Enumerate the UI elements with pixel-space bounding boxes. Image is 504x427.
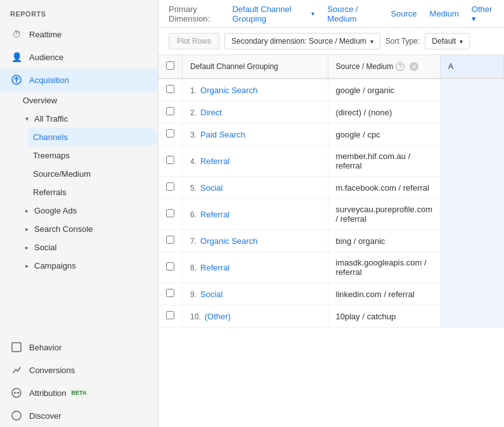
sidebar-item-realtime[interactable]: ⏱ Realtime xyxy=(0,23,158,46)
table-row: 7.Organic Searchbing / organic xyxy=(158,230,504,252)
row-source-cell: bing / organic xyxy=(328,230,440,252)
all-traffic-label: All Traffic xyxy=(34,114,68,124)
sort-arrow: ▾ xyxy=(460,38,463,45)
row-a-cell xyxy=(441,199,504,230)
row-channel-cell: 7.Organic Search xyxy=(183,230,328,252)
sort-default-label: Default xyxy=(432,37,456,46)
sidebar-expand-campaigns[interactable]: ▸ Campaigns xyxy=(23,257,158,275)
sidebar-item-treemaps[interactable]: Treemaps xyxy=(33,146,158,165)
row-checkbox-cell xyxy=(158,79,183,101)
data-table: Default Channel Grouping Source / Medium… xyxy=(158,55,504,328)
conversions-label: Conversions xyxy=(29,366,75,375)
row-number: 1. xyxy=(190,86,197,95)
channel-link[interactable]: Referral xyxy=(200,210,229,219)
source-link[interactable]: Source xyxy=(391,9,417,18)
row-checkbox-10[interactable] xyxy=(166,311,174,319)
channel-link[interactable]: Organic Search xyxy=(200,236,257,246)
svg-point-3 xyxy=(14,392,16,394)
table-row: 4.Referralmember.hif.com.au / referral xyxy=(158,146,504,177)
channel-link[interactable]: Referral xyxy=(200,263,229,272)
row-checkbox-6[interactable] xyxy=(166,209,174,217)
select-all-checkbox[interactable] xyxy=(166,61,174,70)
a-header-label: A xyxy=(448,62,453,71)
top-nav: Primary Dimension: Default Channel Group… xyxy=(158,0,504,28)
channel-link[interactable]: Social xyxy=(200,290,223,299)
medium-link[interactable]: Medium xyxy=(430,9,459,18)
channel-link[interactable]: Direct xyxy=(200,108,222,117)
row-a-cell xyxy=(441,124,504,146)
attribution-label: Attribution xyxy=(29,388,67,398)
row-number: 5. xyxy=(190,184,197,193)
row-number: 2. xyxy=(190,108,197,117)
chevron-right-icon3: ▸ xyxy=(23,244,30,252)
channel-link[interactable]: Referral xyxy=(200,156,229,166)
plot-rows-button[interactable]: Plot Rows xyxy=(169,33,219,49)
row-checkbox-cell xyxy=(158,101,183,124)
table-row: 3.Paid Searchgoogle / cpc xyxy=(158,124,504,146)
chevron-right-icon: ▸ xyxy=(23,207,30,215)
dropdown-arrow: ▾ xyxy=(311,10,314,17)
source-info-icon[interactable]: ? xyxy=(396,62,404,71)
sidebar-item-attribution[interactable]: Attribution BETA xyxy=(0,381,158,404)
table-row: 6.Referralsurveycau.pureprofile.com / re… xyxy=(158,199,504,230)
channel-link[interactable]: Paid Search xyxy=(200,130,245,139)
row-checkbox-9[interactable] xyxy=(166,289,174,297)
sidebar: REPORTS ⏱ Realtime 👤 Audience Acquisitio… xyxy=(0,0,158,427)
table-row: 9.Sociallinkedin.com / referral xyxy=(158,283,504,305)
chevron-right-icon2: ▸ xyxy=(23,226,30,233)
sidebar-expand-search-console[interactable]: ▸ Search Console xyxy=(23,220,158,238)
row-number: 6. xyxy=(190,210,197,219)
channel-header-label: Default Channel Grouping xyxy=(190,62,278,71)
table-row: 8.Referralimasdk.googleapis.com / referr… xyxy=(158,252,504,283)
row-checkbox-2[interactable] xyxy=(166,107,174,115)
sidebar-item-source-medium[interactable]: Source/Medium xyxy=(33,165,158,183)
channel-link[interactable]: (Other) xyxy=(205,312,231,321)
sidebar-item-channels[interactable]: Channels xyxy=(28,128,158,146)
row-checkbox-4[interactable] xyxy=(166,156,174,164)
sidebar-expand-social[interactable]: ▸ Social xyxy=(23,238,158,257)
th-source: Source / Medium ? ✕ xyxy=(328,55,440,79)
sidebar-expand-google-ads[interactable]: ▸ Google Ads xyxy=(23,201,158,220)
row-checkbox-3[interactable] xyxy=(166,129,174,137)
sidebar-item-conversions[interactable]: Conversions xyxy=(0,359,158,381)
channel-link[interactable]: Social xyxy=(200,183,223,193)
row-a-cell xyxy=(441,177,504,199)
sort-type-select[interactable]: Default ▾ xyxy=(425,33,470,49)
row-checkbox-cell xyxy=(158,177,183,199)
row-checkbox-5[interactable] xyxy=(166,182,174,191)
sidebar-item-referrals[interactable]: Referrals xyxy=(33,183,158,201)
row-a-cell xyxy=(441,283,504,305)
acquisition-label: Acquisition xyxy=(29,75,69,85)
row-checkbox-1[interactable] xyxy=(166,85,174,93)
source-remove-icon[interactable]: ✕ xyxy=(410,62,418,71)
row-source-cell: m.facebook.com / referral xyxy=(328,177,440,199)
row-a-cell xyxy=(441,146,504,177)
row-number: 8. xyxy=(190,264,197,272)
sidebar-expand-all-traffic[interactable]: ▾ All Traffic xyxy=(23,110,158,128)
conversions-icon xyxy=(10,364,23,376)
row-channel-cell: 1.Organic Search xyxy=(183,79,328,101)
audience-icon: 👤 xyxy=(10,51,23,63)
row-checkbox-7[interactable] xyxy=(166,236,174,244)
source-medium-link[interactable]: Source / Medium xyxy=(327,4,378,23)
sidebar-item-behavior[interactable]: Behavior xyxy=(0,336,158,359)
channel-link[interactable]: Organic Search xyxy=(200,86,257,95)
row-source-cell: google / cpc xyxy=(328,124,440,146)
table-header-row: Default Channel Grouping Source / Medium… xyxy=(158,55,504,79)
row-source-cell: google / organic xyxy=(328,79,440,101)
other-dropdown[interactable]: Other ▾ xyxy=(472,4,494,23)
sidebar-item-audience[interactable]: 👤 Audience xyxy=(0,46,158,68)
row-number: 7. xyxy=(190,237,197,246)
row-checkbox-8[interactable] xyxy=(166,262,174,271)
row-checkbox-cell xyxy=(158,146,183,177)
row-checkbox-cell xyxy=(158,252,183,283)
social-label: Social xyxy=(34,243,56,252)
sort-type-label: Sort Type: xyxy=(385,37,420,46)
sidebar-item-acquisition[interactable]: Acquisition xyxy=(0,68,158,91)
row-number: 9. xyxy=(190,290,197,299)
secondary-dimension-select[interactable]: Secondary dimension: Source / Medium ▾ xyxy=(224,33,380,49)
default-channel-grouping-dropdown[interactable]: Default Channel Grouping ▾ xyxy=(232,4,314,23)
sidebar-item-overview[interactable]: Overview xyxy=(23,91,158,110)
row-number: 10. xyxy=(190,312,201,321)
sidebar-item-discover[interactable]: Discover xyxy=(0,404,158,427)
